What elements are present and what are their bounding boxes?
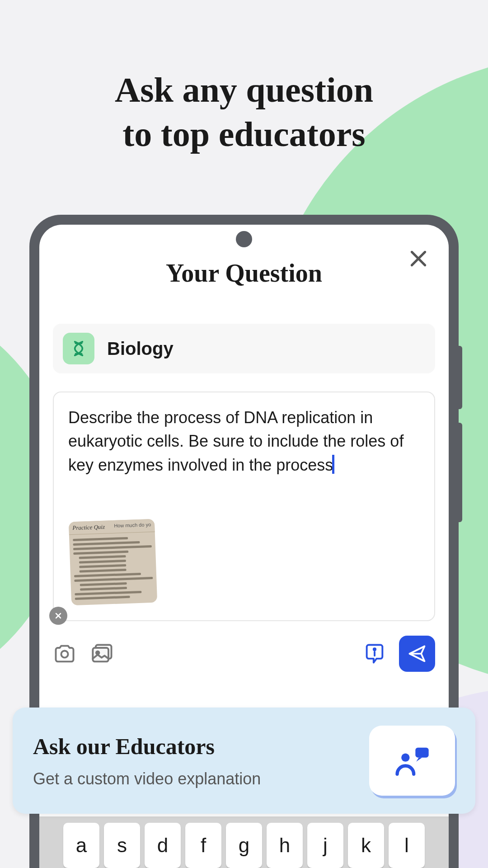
ask-educators-card[interactable]: Ask our Educators Get a custom video exp… bbox=[13, 708, 475, 814]
send-icon bbox=[407, 644, 427, 664]
educator-card-subtitle: Get a custom video explanation bbox=[33, 769, 369, 788]
subject-name: Biology bbox=[107, 339, 174, 359]
text-cursor bbox=[332, 455, 334, 474]
svg-point-13 bbox=[401, 753, 409, 761]
phone-side-button bbox=[458, 346, 462, 409]
phone-side-button bbox=[458, 423, 462, 522]
question-text-content: Describe the process of DNA replication … bbox=[68, 408, 404, 474]
key-a[interactable]: a bbox=[63, 823, 99, 868]
key-f[interactable]: f bbox=[185, 823, 221, 868]
gallery-icon bbox=[91, 642, 114, 665]
phone-camera-dot bbox=[236, 231, 252, 247]
attachment-prompt: How much do yo bbox=[114, 522, 151, 530]
educator-chat-icon bbox=[392, 741, 432, 781]
svg-rect-8 bbox=[93, 648, 108, 661]
educator-card-text: Ask our Educators Get a custom video exp… bbox=[33, 733, 369, 788]
info-button[interactable] bbox=[363, 642, 386, 665]
toolbar-left bbox=[53, 642, 114, 665]
page-title: Your Question bbox=[39, 259, 449, 288]
keyboard-row: a s d f g h j k l bbox=[39, 816, 449, 868]
question-input[interactable]: Describe the process of DNA replication … bbox=[53, 392, 435, 621]
headline-line-1: Ask any question bbox=[0, 68, 488, 112]
subject-selector[interactable]: Biology bbox=[53, 324, 435, 373]
info-chat-icon bbox=[363, 642, 386, 665]
send-button[interactable] bbox=[399, 636, 435, 672]
educator-card-title: Ask our Educators bbox=[33, 733, 369, 760]
svg-point-10 bbox=[374, 648, 375, 650]
toolbar-right bbox=[363, 636, 435, 672]
gallery-button[interactable] bbox=[91, 642, 114, 665]
remove-attachment-button[interactable] bbox=[49, 607, 67, 625]
attachment-preview-lines bbox=[69, 532, 157, 604]
biology-icon bbox=[63, 333, 94, 364]
close-button[interactable] bbox=[407, 247, 430, 270]
toolbar bbox=[53, 636, 435, 672]
camera-button[interactable] bbox=[53, 642, 76, 665]
headline-line-2: to top educators bbox=[0, 112, 488, 156]
key-k[interactable]: k bbox=[348, 823, 384, 868]
key-s[interactable]: s bbox=[104, 823, 140, 868]
key-h[interactable]: h bbox=[267, 823, 303, 868]
marketing-headline: Ask any question to top educators bbox=[0, 68, 488, 156]
camera-icon bbox=[53, 642, 76, 665]
close-icon bbox=[54, 611, 63, 620]
key-j[interactable]: j bbox=[307, 823, 343, 868]
educator-icon-box bbox=[369, 726, 455, 796]
key-g[interactable]: g bbox=[226, 823, 262, 868]
svg-point-9 bbox=[96, 651, 99, 655]
attachment-title: Practice Quiz bbox=[72, 524, 105, 532]
svg-point-6 bbox=[61, 651, 68, 658]
attachment-thumbnail[interactable]: Practice Quiz How much do yo bbox=[69, 519, 157, 606]
key-l[interactable]: l bbox=[389, 823, 425, 868]
close-icon bbox=[407, 247, 430, 270]
svg-rect-14 bbox=[415, 747, 428, 757]
key-d[interactable]: d bbox=[145, 823, 181, 868]
